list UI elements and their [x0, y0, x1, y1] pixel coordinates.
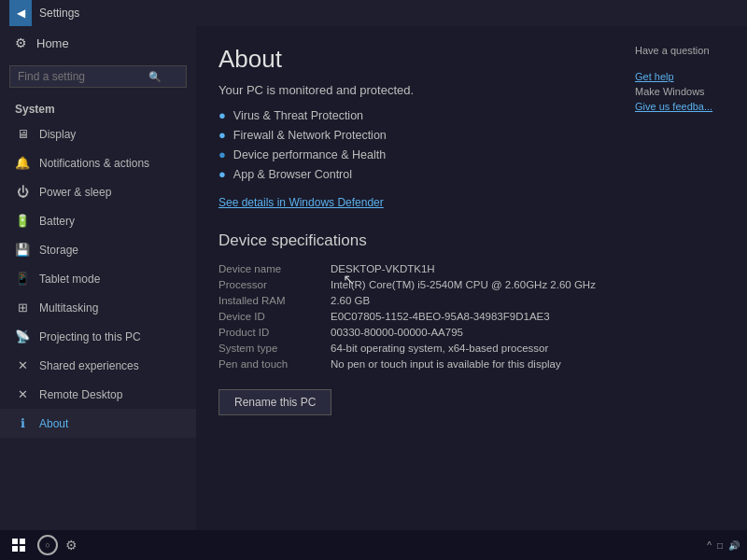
- title-bar-label: Settings: [39, 7, 79, 20]
- battery-icon: 🔋: [15, 214, 30, 228]
- tray-caret-icon: ^: [707, 540, 712, 551]
- page-title: About: [218, 45, 603, 74]
- tray-volume-icon: 🔊: [728, 540, 740, 551]
- power-icon: ⏻: [15, 185, 30, 199]
- specs-title: Device specifications: [218, 231, 603, 250]
- sidebar-home[interactable]: ⚙ Home: [0, 26, 196, 60]
- spec-ram: Installed RAM 2.60 GB: [218, 295, 603, 306]
- spec-device-id: Device ID E0C07805-1152-4BEO-95A8-34983F…: [218, 311, 603, 322]
- protection-list: ● Virus & Threat Protection ● Firewall &…: [218, 108, 603, 181]
- list-item-firewall: ● Firewall & Network Protection: [218, 128, 603, 142]
- spec-product-id: Product ID 00330-80000-00000-AA795: [218, 327, 603, 338]
- sidebar-item-about[interactable]: ℹ About: [0, 409, 196, 438]
- start-icon: [12, 539, 25, 552]
- remote-icon: ✕: [15, 387, 30, 401]
- sidebar-item-tablet[interactable]: 📱 Tablet mode: [0, 264, 196, 293]
- check-firewall-icon: ●: [218, 128, 226, 142]
- spec-pen-touch: Pen and touch No pen or touch input is a…: [218, 358, 603, 370]
- taskbar: ○ ⚙ ^ □ 🔊: [0, 530, 747, 560]
- multitasking-icon: ⊞: [15, 301, 30, 315]
- about-icon: ℹ: [15, 416, 30, 430]
- sidebar: ⚙ Home 🔍 System 🖥 Display 🔔 Notification…: [0, 26, 196, 530]
- notifications-icon: 🔔: [15, 156, 30, 170]
- back-button[interactable]: ◀: [9, 0, 32, 26]
- sidebar-item-projecting[interactable]: 📡 Projecting to this PC: [0, 322, 196, 351]
- help-question-label: Have a question: [635, 45, 738, 56]
- sidebar-item-battery[interactable]: 🔋 Battery: [0, 206, 196, 235]
- spec-processor: Processor Intel(R) Core(TM) i5-2540M CPU…: [218, 279, 603, 290]
- get-help-link[interactable]: Get help: [635, 71, 738, 82]
- taskbar-gear-icon[interactable]: ⚙: [65, 538, 78, 553]
- sidebar-item-power[interactable]: ⏻ Power & sleep: [0, 177, 196, 206]
- shared-icon: ✕: [15, 358, 30, 372]
- windows-label: Make Windows: [635, 86, 738, 97]
- tablet-icon: 📱: [15, 272, 30, 286]
- check-device-icon: ●: [218, 147, 226, 161]
- rename-button[interactable]: Rename this PC: [218, 389, 331, 415]
- projecting-icon: 📡: [15, 329, 30, 343]
- specs-table: Device name DESKTOP-VKDTK1H Processor In…: [218, 263, 603, 370]
- sidebar-section-system: System: [0, 99, 196, 119]
- sidebar-item-shared[interactable]: ✕ Shared experiences: [0, 351, 196, 380]
- sidebar-home-label: Home: [36, 36, 69, 50]
- check-virus-icon: ●: [218, 108, 226, 122]
- start-button[interactable]: [7, 534, 30, 556]
- protected-text: Your PC is monitored and protected.: [218, 83, 603, 97]
- feedback-link[interactable]: Give us feedba...: [635, 101, 738, 112]
- defender-link[interactable]: See details in Windows Defender: [218, 196, 603, 209]
- right-panel: Have a question Get help Make Windows Gi…: [626, 26, 747, 530]
- sidebar-item-notifications[interactable]: 🔔 Notifications & actions: [0, 148, 196, 177]
- tray-window-icon: □: [717, 540, 723, 551]
- list-item-app: ● App & Browser Control: [218, 167, 603, 181]
- search-circle-icon: ○: [45, 540, 49, 550]
- list-item-virus: ● Virus & Threat Protection: [218, 108, 603, 122]
- sidebar-item-display[interactable]: 🖥 Display: [0, 119, 196, 148]
- title-bar: ◀ Settings: [0, 0, 747, 26]
- search-input[interactable]: [18, 70, 148, 83]
- display-icon: 🖥: [15, 127, 30, 141]
- sidebar-item-remote[interactable]: ✕ Remote Desktop: [0, 380, 196, 409]
- content-area: About Your PC is monitored and protected…: [196, 26, 626, 530]
- home-icon: ⚙: [15, 35, 27, 50]
- search-icon: 🔍: [148, 71, 162, 83]
- list-item-device: ● Device performance & Health: [218, 147, 603, 161]
- search-box: 🔍: [9, 65, 187, 88]
- sidebar-item-storage[interactable]: 💾 Storage: [0, 235, 196, 264]
- taskbar-tray: ^ □ 🔊: [707, 540, 740, 551]
- storage-icon: 💾: [15, 243, 30, 257]
- main-container: ⚙ Home 🔍 System 🖥 Display 🔔 Notification…: [0, 26, 747, 530]
- taskbar-search-button[interactable]: ○: [37, 535, 58, 555]
- sidebar-item-multitasking[interactable]: ⊞ Multitasking: [0, 293, 196, 322]
- spec-device-name: Device name DESKTOP-VKDTK1H: [218, 263, 603, 274]
- spec-system-type: System type 64-bit operating system, x64…: [218, 343, 603, 354]
- check-app-icon: ●: [218, 167, 226, 181]
